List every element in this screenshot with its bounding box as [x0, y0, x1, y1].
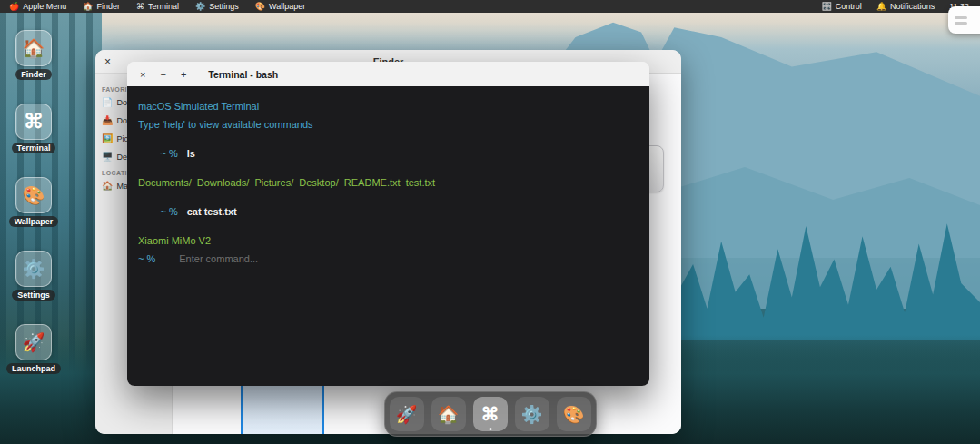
launchpad-app-icon[interactable]: 🚀	[15, 324, 52, 360]
terminal-titlebar[interactable]: × − + Terminal - bash	[127, 62, 649, 86]
dock-wallpaper[interactable]: 🎨	[557, 397, 591, 431]
terminal-command: cat test.txt	[187, 206, 237, 217]
menu-terminal[interactable]: ⌘ Terminal	[136, 2, 179, 11]
terminal-command: ls	[187, 148, 195, 159]
dock-terminal[interactable]: ⌘	[473, 397, 508, 431]
settings-app-label: Settings	[12, 290, 55, 301]
terminal-maximize-button[interactable]: +	[181, 69, 186, 80]
menu-control[interactable]: 🎛️ Control	[822, 2, 862, 11]
control-icon: 🎛️	[822, 2, 832, 11]
finder-app-label: Finder	[15, 69, 52, 80]
document-icon: 📄	[102, 97, 113, 107]
download-icon: 📥	[102, 115, 113, 125]
gear-icon: ⚙️	[195, 2, 205, 11]
terminal-app-icon[interactable]: ⌘	[15, 104, 52, 140]
desktop-dock: 🏠 Finder ⌘ Terminal 🎨 Wallpaper ⚙️ Setti…	[14, 30, 54, 374]
terminal-window-title: Terminal - bash	[208, 69, 278, 80]
wallpaper-app-icon[interactable]: 🎨	[15, 177, 52, 213]
desktop-icon-wallpaper[interactable]: 🎨 Wallpaper	[9, 177, 59, 227]
corner-popup[interactable]	[948, 6, 980, 34]
terminal-line: Xiaomi MiMo V2	[138, 235, 638, 246]
terminal-prompt: ~ %	[138, 253, 155, 264]
menu-finder[interactable]: 🏠 Finder	[83, 2, 120, 11]
menu-notifications[interactable]: 🔔 Notifications	[876, 2, 935, 11]
terminal-output-area: macOS Simulated Terminal Type 'help' to …	[127, 86, 649, 386]
home-icon: 🏠	[102, 181, 113, 191]
popup-glyph	[955, 16, 967, 19]
menu-settings-label: Settings	[209, 2, 239, 11]
command-icon: ⌘	[136, 2, 144, 11]
monitor-icon: 🖥️	[102, 152, 113, 162]
dock-settings[interactable]: ⚙️	[515, 397, 549, 431]
menu-wallpaper[interactable]: 🎨 Wallpaper	[255, 2, 305, 11]
menu-apple-label: Apple Menu	[23, 2, 66, 11]
terminal-line: ~ %ls	[138, 137, 638, 170]
terminal-prompt: ~ %	[160, 148, 177, 159]
terminal-window: × − + Terminal - bash macOS Simulated Te…	[127, 62, 649, 386]
palette-icon: 🎨	[255, 2, 265, 11]
rocket-icon: 🚀	[396, 404, 418, 425]
terminal-input-row: ~ %	[138, 253, 638, 264]
settings-app-icon[interactable]: ⚙️	[15, 251, 52, 287]
menu-notifications-label: Notifications	[890, 2, 935, 11]
desktop-icon-launchpad[interactable]: 🚀 Launchpad	[6, 324, 61, 374]
gear-icon: ⚙️	[521, 404, 543, 425]
menu-settings[interactable]: ⚙️ Settings	[195, 2, 239, 11]
finder-close-button[interactable]: ×	[104, 55, 119, 68]
terminal-minimize-button[interactable]: −	[160, 69, 165, 80]
desktop-icon-finder[interactable]: 🏠 Finder	[15, 30, 52, 80]
terminal-app-label: Terminal	[12, 143, 56, 153]
terminal-line: Documents/ Downloads/ Pictures/ Desktop/…	[138, 177, 638, 188]
house-icon: 🏠	[83, 2, 93, 11]
wallpaper-app-label: Wallpaper	[9, 216, 59, 227]
desktop-icon-settings[interactable]: ⚙️ Settings	[12, 251, 55, 301]
picture-icon: 🖼️	[102, 133, 113, 143]
menu-bar: 🍎 Apple Menu 🏠 Finder ⌘ Terminal ⚙️ Sett…	[0, 0, 980, 13]
menu-finder-label: Finder	[97, 2, 121, 11]
terminal-close-button[interactable]: ×	[140, 69, 145, 80]
bottom-dock: 🚀 🏠 ⌘ ⚙️ 🎨	[384, 391, 597, 437]
palette-icon: 🎨	[563, 404, 585, 425]
launchpad-app-label: Launchpad	[6, 363, 61, 374]
command-icon: ⌘	[481, 403, 500, 425]
terminal-prompt: ~ %	[160, 206, 177, 217]
finder-app-icon[interactable]: 🏠	[15, 30, 52, 66]
terminal-command-input[interactable]	[179, 253, 638, 264]
dock-launchpad[interactable]: 🚀	[390, 397, 424, 431]
dock-finder[interactable]: 🏠	[431, 397, 466, 431]
bell-icon: 🔔	[876, 2, 886, 11]
popup-glyph	[955, 22, 967, 25]
running-indicator-dot	[489, 428, 491, 430]
apple-icon: 🍎	[9, 2, 19, 11]
terminal-line: Type 'help' to view available commands	[138, 119, 638, 130]
menu-terminal-label: Terminal	[148, 2, 179, 11]
desktop: 🍎 Apple Menu 🏠 Finder ⌘ Terminal ⚙️ Sett…	[0, 0, 980, 444]
menu-apple[interactable]: 🍎 Apple Menu	[9, 2, 66, 11]
menu-wallpaper-label: Wallpaper	[269, 2, 305, 11]
desktop-icon-terminal[interactable]: ⌘ Terminal	[12, 104, 56, 153]
terminal-line: macOS Simulated Terminal	[138, 101, 638, 112]
terminal-line: ~ %cat test.txt	[138, 195, 638, 228]
house-icon: 🏠	[438, 404, 460, 425]
menu-control-label: Control	[836, 2, 862, 11]
